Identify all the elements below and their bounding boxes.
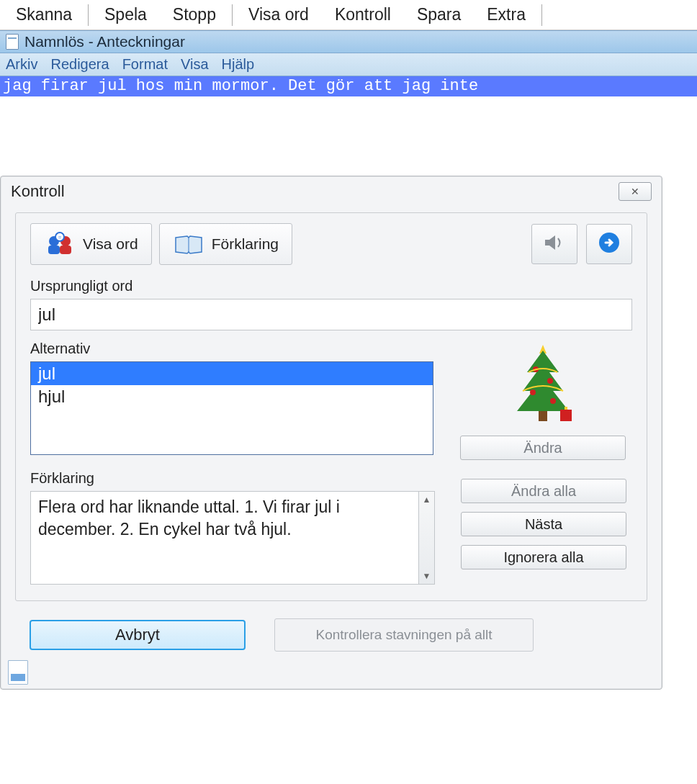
next-button[interactable]: Nästa xyxy=(461,512,626,536)
svg-rect-12 xyxy=(539,411,547,421)
explanation-scrollbar[interactable]: ▲ ▼ xyxy=(419,491,435,585)
document-icon xyxy=(6,34,19,50)
editor-selected-text[interactable]: jag firar jul hos min mormor. Det gör at… xyxy=(0,76,697,96)
alternative-item[interactable]: jul xyxy=(31,362,433,385)
toolbar-separator xyxy=(232,4,233,26)
editor-blank-area xyxy=(0,96,697,176)
menu-hjalp[interactable]: Hjälp xyxy=(222,56,255,73)
dialog-close-button[interactable]: ✕ xyxy=(619,182,652,201)
original-word-field[interactable] xyxy=(30,299,632,330)
document-icon xyxy=(8,660,28,685)
svg-point-15 xyxy=(530,389,536,395)
toolbar-separator xyxy=(88,4,89,26)
window-titlebar: Namnlös - Anteckningar xyxy=(0,30,697,53)
menu-visa[interactable]: Visa xyxy=(181,56,209,73)
svg-rect-17 xyxy=(560,410,572,421)
toolbar-separator xyxy=(541,4,542,26)
svg-point-14 xyxy=(547,378,553,384)
menu-format[interactable]: Format xyxy=(122,56,168,73)
svg-text:=: = xyxy=(58,234,62,240)
change-all-button[interactable]: Ändra alla xyxy=(461,479,626,503)
change-button[interactable]: Ändra xyxy=(460,436,626,460)
menubar: Arkiv Redigera Format Visa Hjälp xyxy=(0,53,697,76)
app-toolbar: Skanna Spela Stopp Visa ord Kontroll Spa… xyxy=(0,0,697,30)
toolbar-kontroll[interactable]: Kontroll xyxy=(322,2,404,27)
tab-visa-ord[interactable]: = Visa ord xyxy=(30,223,152,265)
toolbar-spela[interactable]: Spela xyxy=(91,2,160,27)
tab-forklaring-label: Förklaring xyxy=(212,235,279,253)
scroll-down-icon[interactable]: ▼ xyxy=(423,571,431,581)
dialog-title: Kontroll xyxy=(11,182,65,201)
kontroll-dialog: Kontroll ✕ = Visa ord xyxy=(0,176,662,690)
christmas-tree-icon xyxy=(507,341,579,427)
close-icon: ✕ xyxy=(631,186,639,197)
menu-redigera[interactable]: Redigera xyxy=(50,56,109,73)
scroll-up-icon[interactable]: ▲ xyxy=(423,495,431,505)
alternatives-list[interactable]: jul hjul xyxy=(30,361,433,455)
tab-visa-ord-label: Visa ord xyxy=(83,235,138,253)
original-word-label: Ursprungligt ord xyxy=(30,278,632,294)
window-title: Namnlös - Anteckningar xyxy=(24,33,185,50)
svg-rect-3 xyxy=(60,245,71,254)
people-icon: = xyxy=(44,231,76,257)
speaker-icon xyxy=(542,232,567,257)
next-arrow-button[interactable] xyxy=(586,224,632,264)
toolbar-visa-ord[interactable]: Visa ord xyxy=(235,2,322,27)
svg-rect-18 xyxy=(565,407,567,410)
arrow-right-icon xyxy=(598,231,621,258)
book-icon xyxy=(173,232,204,256)
alternatives-label: Alternativ xyxy=(30,341,433,357)
alternative-item[interactable]: hjul xyxy=(31,385,433,408)
toolbar-skanna[interactable]: Skanna xyxy=(3,2,85,27)
toolbar-stopp[interactable]: Stopp xyxy=(160,2,229,27)
svg-marker-11 xyxy=(517,378,569,411)
svg-rect-2 xyxy=(48,245,60,254)
ignore-all-button[interactable]: Ignorera alla xyxy=(461,545,626,569)
svg-point-16 xyxy=(550,398,556,404)
speak-button[interactable] xyxy=(531,224,577,264)
explanation-label: Förklaring xyxy=(30,470,435,487)
tab-forklaring[interactable]: Förklaring xyxy=(159,223,292,265)
menu-arkiv[interactable]: Arkiv xyxy=(6,56,37,73)
toolbar-extra[interactable]: Extra xyxy=(474,2,539,27)
toolbar-spara[interactable]: Spara xyxy=(404,2,474,27)
explanation-text[interactable]: Flera ord har liknande uttal. 1. Vi fira… xyxy=(30,491,419,585)
cancel-button[interactable]: Avbryt xyxy=(30,620,246,650)
spellcheck-all-button[interactable]: Kontrollera stavningen på allt xyxy=(274,618,534,652)
